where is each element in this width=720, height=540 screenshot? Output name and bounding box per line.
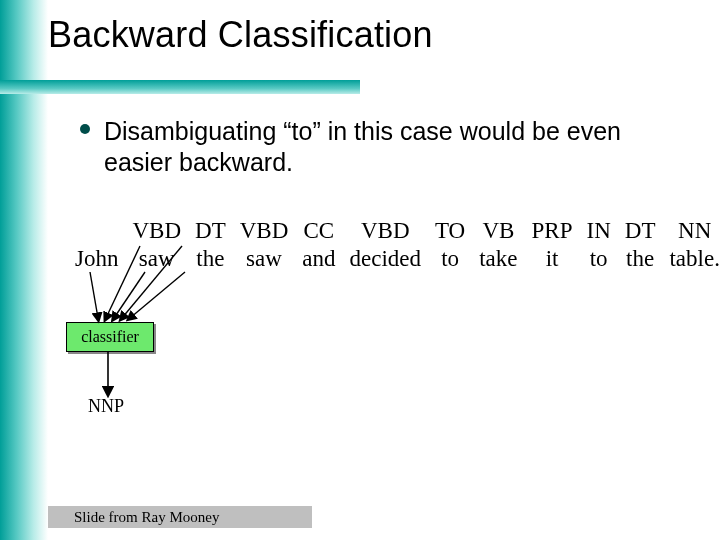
classifier-box: classifier: [66, 322, 154, 352]
pos-table: VBD DT VBD CC VBD TO VB PRP IN DT NN Joh…: [68, 218, 720, 272]
tag-cell: VBD: [233, 218, 296, 244]
word-cell: to: [579, 244, 617, 272]
tag-cell: VBD: [125, 218, 188, 244]
slide-title: Backward Classification: [48, 14, 433, 56]
word-cell: John: [68, 244, 125, 272]
sentence-row: John saw the saw and decided to take it …: [68, 244, 720, 272]
tag-cell: DT: [618, 218, 663, 244]
word-cell: to: [428, 244, 472, 272]
word-cell: table.: [662, 244, 720, 272]
word-cell: decided: [342, 244, 428, 272]
word-cell: it: [525, 244, 580, 272]
output-tag: NNP: [88, 396, 124, 417]
tag-cell: IN: [579, 218, 617, 244]
word-cell: the: [618, 244, 663, 272]
tag-cell: PRP: [525, 218, 580, 244]
word-cell: take: [472, 244, 524, 272]
slide: Backward Classification Disambiguating “…: [0, 0, 720, 540]
svg-line-4: [130, 272, 185, 318]
word-cell: saw: [125, 244, 188, 272]
pos-example: VBD DT VBD CC VBD TO VB PRP IN DT NN Joh…: [68, 218, 695, 272]
tag-cell: TO: [428, 218, 472, 244]
classifier-label: classifier: [81, 328, 139, 346]
svg-line-0: [90, 272, 98, 318]
tag-cell: DT: [188, 218, 233, 244]
word-cell: and: [295, 244, 342, 272]
word-cell: saw: [233, 244, 296, 272]
pos-tags-row: VBD DT VBD CC VBD TO VB PRP IN DT NN: [68, 218, 720, 244]
bullet-item: Disambiguating “to” in this case would b…: [80, 116, 680, 179]
tag-cell: NN: [662, 218, 720, 244]
bullet-text: Disambiguating “to” in this case would b…: [104, 116, 680, 179]
bullet-dot-icon: [80, 124, 90, 134]
footer-text: Slide from Ray Mooney: [48, 509, 219, 526]
tag-cell: VBD: [342, 218, 428, 244]
title-underline-bar: [0, 80, 360, 94]
svg-line-2: [114, 272, 145, 318]
word-cell: the: [188, 244, 233, 272]
tag-cell: CC: [295, 218, 342, 244]
tag-cell: VB: [472, 218, 524, 244]
footer-band: Slide from Ray Mooney: [48, 506, 312, 528]
tag-cell: [68, 218, 125, 244]
